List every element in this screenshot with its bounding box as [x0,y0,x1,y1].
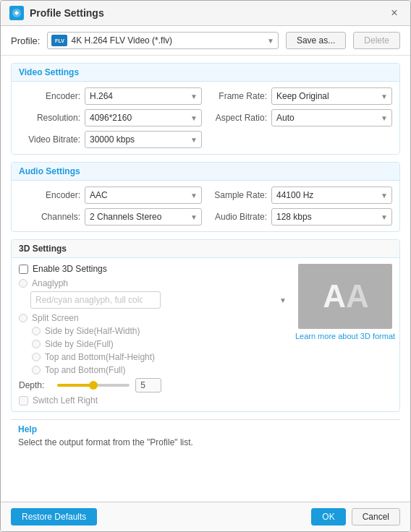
anaglyph-type-select[interactable]: Red/cyan anaglyph, full color [30,291,161,309]
threed-right: AA Learn more about 3D format [298,264,392,406]
video-form-grid: Encoder: H.264 ▼ Resolution: [19,87,392,148]
format-badge: FLV [51,35,67,46]
profile-select[interactable]: 4K H.264 FLV Video (*.flv) [47,32,278,49]
anaglyph-type-arrow: ▼ [279,296,287,304]
audio-encoder-label: Encoder: [19,190,80,200]
threed-settings-header: 3D Settings [12,240,399,258]
dialog: Profile Settings × Profile: FLV 4K H.264… [0,0,411,532]
profile-select-wrapper: FLV 4K H.264 FLV Video (*.flv) ▼ [47,32,278,49]
sample-rate-label: Sample Rate: [209,190,267,200]
split-option-3-radio[interactable] [32,366,41,374]
enable-3d-label[interactable]: Enable 3D Settings [33,264,107,274]
encoder-select[interactable]: H.264 [85,87,202,105]
audio-right-col: Sample Rate: 44100 Hz ▼ Audio Bitrate: [209,186,392,226]
resolution-label: Resolution: [19,113,80,123]
audio-settings-body: Encoder: AAC ▼ Channels: [12,181,399,231]
audio-encoder-row: Encoder: AAC ▼ [19,186,202,204]
video-bitrate-select[interactable]: 30000 kbps [85,131,202,148]
anaglyph-select-wrapper: Red/cyan anaglyph, full color ▼ [30,291,291,309]
channels-select-wrapper: 2 Channels Stereo ▼ [85,208,202,226]
depth-slider[interactable] [57,384,130,387]
resolution-select[interactable]: 4096*2160 [85,109,202,126]
switch-row: Switch Left Right [19,395,291,406]
sample-rate-select-wrapper: 44100 Hz ▼ [271,186,392,204]
threed-settings-body: Enable 3D Settings Anaglyph Red/cyan ana… [12,258,399,411]
switch-left-right-checkbox[interactable] [19,396,28,406]
audio-settings-header: Audio Settings [12,163,399,181]
learn-more-link[interactable]: Learn more about 3D format [295,332,395,340]
content-area: Profile: FLV 4K H.264 FLV Video (*.flv) … [1,26,410,502]
encoder-row: Encoder: H.264 ▼ [19,87,202,105]
audio-settings-section: Audio Settings Encoder: AAC ▼ [11,162,400,232]
audio-bitrate-row: Audio Bitrate: 128 kbps ▼ [209,208,392,226]
aspect-ratio-select-wrapper: Auto ▼ [271,109,392,126]
video-settings-section: Video Settings Encoder: H.264 ▼ [11,63,400,155]
depth-spinbox[interactable] [135,378,161,392]
preview-letter-a2: A [346,278,368,314]
close-button[interactable]: × [387,6,402,20]
audio-form-grid: Encoder: AAC ▼ Channels: [19,186,392,226]
enable-3d-row: Enable 3D Settings [19,264,291,274]
help-text: Select the output format from the "Profi… [18,437,393,447]
switch-left-right-label[interactable]: Switch Left Right [33,395,98,406]
split-option-3-row: Top and Bottom(Full) [32,365,291,375]
profile-row: Profile: FLV 4K H.264 FLV Video (*.flv) … [1,26,410,56]
help-title: Help [18,424,393,434]
split-option-2-radio[interactable] [32,353,41,361]
split-screen-radio[interactable] [19,314,27,322]
split-option-0-radio[interactable] [32,327,41,335]
frame-rate-select-wrapper: Keep Original ▼ [271,87,392,105]
frame-rate-select[interactable]: Keep Original [271,87,392,105]
preview-letter-a1: A [323,278,344,314]
save-as-button[interactable]: Save as... [286,32,346,49]
video-bitrate-select-wrapper: 30000 kbps ▼ [85,131,202,148]
app-icon [9,6,24,20]
frame-rate-label: Frame Rate: [209,91,267,101]
aspect-ratio-select[interactable]: Auto [271,109,392,126]
resolution-row: Resolution: 4096*2160 ▼ [19,109,202,126]
ok-button[interactable]: OK [311,508,345,525]
delete-button[interactable]: Delete [353,32,400,49]
split-screen-label[interactable]: Split Screen [32,313,79,323]
resolution-select-wrapper: 4096*2160 ▼ [85,109,202,126]
depth-label: Depth: [19,380,51,390]
footer-right: OK Cancel [311,508,400,525]
help-section: Help Select the output format from the "… [11,419,400,452]
frame-rate-row: Frame Rate: Keep Original ▼ [209,87,392,105]
video-right-col: Frame Rate: Keep Original ▼ Aspect Ratio… [209,87,392,148]
channels-row: Channels: 2 Channels Stereo ▼ [19,208,202,226]
threed-settings-section: 3D Settings Enable 3D Settings Anaglyph … [11,239,400,412]
video-settings-body: Encoder: H.264 ▼ Resolution: [12,82,399,154]
split-option-1-radio[interactable] [32,340,41,348]
enable-3d-checkbox[interactable] [19,265,28,274]
split-option-1-label[interactable]: Side by Side(Full) [45,339,114,349]
split-screen-radio-row: Split Screen [19,313,291,323]
anaglyph-label[interactable]: Anaglyph [32,278,68,288]
profile-label: Profile: [11,35,40,46]
split-option-1-row: Side by Side(Full) [32,339,291,349]
anaglyph-radio[interactable] [19,279,27,288]
audio-bitrate-select[interactable]: 128 kbps [271,208,392,226]
split-options-group: Side by Side(Half-Width) Side by Side(Fu… [32,326,291,375]
channels-select[interactable]: 2 Channels Stereo [85,208,202,226]
encoder-select-wrapper: H.264 ▼ [85,87,202,105]
3d-preview-letters: AA [323,278,368,314]
split-option-2-label[interactable]: Top and Bottom(Half-Height) [45,352,155,362]
depth-row: Depth: [19,378,291,392]
anaglyph-radio-row: Anaglyph [19,278,291,288]
audio-encoder-select-wrapper: AAC ▼ [85,186,202,204]
video-settings-header: Video Settings [12,64,399,82]
cancel-button[interactable]: Cancel [352,508,400,525]
split-option-0-label[interactable]: Side by Side(Half-Width) [45,326,140,336]
video-bitrate-row: Video Bitrate: 30000 kbps ▼ [19,131,202,148]
sample-rate-select[interactable]: 44100 Hz [271,186,392,204]
encoder-label: Encoder: [19,91,80,101]
threed-left: Enable 3D Settings Anaglyph Red/cyan ana… [19,264,291,406]
split-option-3-label[interactable]: Top and Bottom(Full) [45,365,125,375]
video-left-col: Encoder: H.264 ▼ Resolution: [19,87,202,148]
split-option-0-row: Side by Side(Half-Width) [32,326,291,336]
restore-defaults-button[interactable]: Restore Defaults [11,508,97,525]
audio-encoder-select[interactable]: AAC [85,186,202,204]
aspect-ratio-row: Aspect Ratio: Auto ▼ [209,109,392,126]
footer: Restore Defaults OK Cancel [1,502,410,531]
